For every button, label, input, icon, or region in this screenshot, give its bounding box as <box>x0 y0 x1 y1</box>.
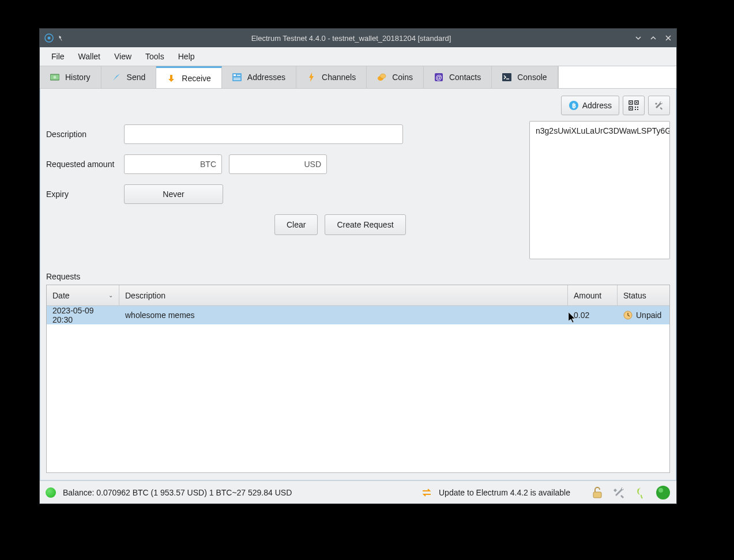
tab-coins[interactable]: Coins <box>367 66 424 88</box>
menu-file[interactable]: File <box>44 50 71 63</box>
amount-btc-input[interactable] <box>124 154 222 174</box>
maximize-button[interactable] <box>650 35 657 41</box>
svg-rect-22 <box>630 108 631 109</box>
seed-icon[interactable] <box>634 485 649 500</box>
address-display[interactable]: n3g2sUwiXLuLaUrC3DWawLSPTy6Gps <box>529 121 670 259</box>
receive-panel: Description Requested amount BTC USD <box>40 89 676 480</box>
svg-rect-5 <box>234 74 236 76</box>
svg-rect-28 <box>593 492 601 498</box>
tab-label: Console <box>517 73 547 82</box>
tab-label: Contacts <box>449 73 481 82</box>
svg-point-1 <box>48 37 51 40</box>
cell-status: Unpaid <box>618 311 669 320</box>
description-label: Description <box>46 130 124 139</box>
pin-icon[interactable] <box>57 35 64 41</box>
coins-icon <box>377 73 386 82</box>
svg-point-29 <box>656 486 670 500</box>
expiry-dropdown[interactable]: Never <box>124 184 223 204</box>
receive-icon <box>167 74 176 83</box>
console-icon <box>502 73 511 82</box>
update-text[interactable]: Update to Electrum 4.4.2 is available <box>439 488 570 497</box>
svg-point-10 <box>380 74 386 78</box>
tab-contacts[interactable]: @ Contacts <box>424 66 492 88</box>
menu-help[interactable]: Help <box>171 50 202 63</box>
create-request-button[interactable]: Create Request <box>325 214 405 235</box>
preferences-icon[interactable] <box>612 485 627 500</box>
col-date[interactable]: Date⌄ <box>47 285 119 305</box>
col-amount[interactable]: Amount <box>568 285 618 305</box>
address-button[interactable]: ฿ Address <box>561 96 619 115</box>
contacts-icon: @ <box>434 73 443 82</box>
col-status[interactable]: Status <box>618 285 669 305</box>
col-description[interactable]: Description <box>119 285 568 305</box>
tabsbar: History Send Receive Addresses Channels … <box>40 66 676 89</box>
tab-label: Coins <box>392 73 413 82</box>
svg-rect-21 <box>636 102 637 103</box>
cell-amount: 0.02 <box>568 311 618 320</box>
tab-label: Channels <box>322 73 356 82</box>
cell-date: 2023-05-09 20:30 <box>47 306 119 324</box>
tab-send[interactable]: Send <box>101 66 157 88</box>
svg-rect-23 <box>635 107 636 108</box>
app-window: Electrum Testnet 4.4.0 - testnet_wallet_… <box>39 28 677 504</box>
tab-receive[interactable]: Receive <box>156 66 222 88</box>
svg-rect-26 <box>637 109 638 110</box>
window-controls <box>635 35 672 41</box>
svg-rect-25 <box>635 109 636 110</box>
svg-point-30 <box>658 488 663 493</box>
menu-view[interactable]: View <box>107 50 138 63</box>
svg-rect-20 <box>630 102 631 103</box>
window-title: Electrum Testnet 4.4.0 - testnet_wallet_… <box>67 34 635 43</box>
table-header: Date⌄ Description Amount Status <box>47 285 669 306</box>
svg-rect-7 <box>234 78 240 78</box>
requests-table: Date⌄ Description Amount Status 2023-05-… <box>46 285 670 473</box>
svg-rect-13 <box>502 73 511 81</box>
menu-tools[interactable]: Tools <box>138 50 171 63</box>
svg-text:฿: ฿ <box>571 102 575 109</box>
tab-label: Send <box>127 73 146 82</box>
tab-history[interactable]: History <box>40 66 101 88</box>
clear-button[interactable]: Clear <box>274 214 318 235</box>
svg-rect-8 <box>234 80 240 80</box>
svg-point-3 <box>54 76 57 79</box>
tab-label: Addresses <box>247 73 285 82</box>
wrench-icon <box>654 100 664 111</box>
requested-amount-label: Requested amount <box>46 160 124 169</box>
channels-icon <box>307 73 316 82</box>
titlebar: Electrum Testnet 4.4.0 - testnet_wallet_… <box>40 29 676 47</box>
qr-button[interactable] <box>623 96 645 115</box>
description-input[interactable] <box>124 124 403 144</box>
minimize-button[interactable] <box>635 35 642 41</box>
svg-rect-24 <box>637 107 638 108</box>
qr-icon <box>628 100 639 111</box>
tab-console[interactable]: Console <box>492 66 558 88</box>
statusbar: Balance: 0.070962 BTC (1 953.57 USD) 1 B… <box>40 480 676 504</box>
tab-label: History <box>65 73 91 82</box>
tab-channels[interactable]: Channels <box>296 66 367 88</box>
chevron-down-icon: ⌄ <box>108 292 113 298</box>
tab-addresses[interactable]: Addresses <box>222 66 296 88</box>
send-icon <box>112 73 121 82</box>
tab-label: Receive <box>182 74 211 83</box>
amount-usd-input[interactable] <box>229 154 327 174</box>
menu-wallet[interactable]: Wallet <box>71 50 107 63</box>
requests-label: Requests <box>46 272 676 281</box>
expiry-label: Expiry <box>46 190 124 199</box>
network-orb-icon[interactable] <box>656 485 671 500</box>
bitcoin-icon: ฿ <box>569 100 579 111</box>
clock-icon <box>623 311 633 320</box>
svg-rect-6 <box>237 75 240 76</box>
update-swap-icon <box>421 488 432 497</box>
menubar: File Wallet View Tools Help <box>40 47 676 66</box>
tools-button[interactable] <box>648 96 670 115</box>
cell-description: wholesome memes <box>119 311 568 320</box>
app-icon <box>44 33 54 43</box>
lock-icon[interactable] <box>590 485 605 500</box>
tabsbar-filler <box>558 66 676 88</box>
close-button[interactable] <box>665 35 672 41</box>
table-row[interactable]: 2023-05-09 20:30 wholesome memes 0.02 Un… <box>47 306 669 324</box>
network-status-icon[interactable] <box>46 487 56 498</box>
history-icon <box>50 73 59 82</box>
svg-text:@: @ <box>436 74 442 81</box>
addresses-icon <box>232 73 242 82</box>
